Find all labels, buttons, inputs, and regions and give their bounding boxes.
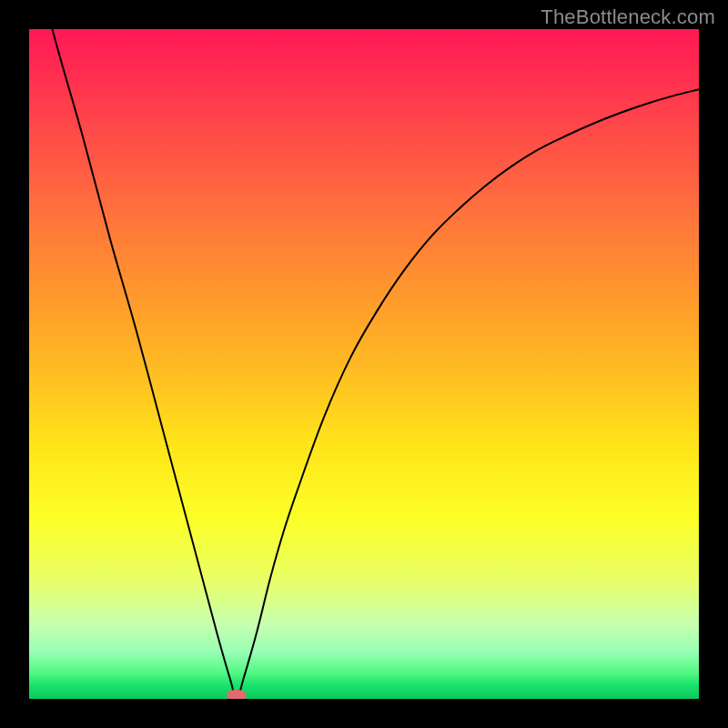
minimum-marker <box>227 690 247 699</box>
watermark-label: TheBottleneck.com <box>541 5 715 29</box>
chart-frame: TheBottleneck.com <box>0 0 728 728</box>
bottleneck-curve <box>29 29 699 699</box>
gradient-plot-area <box>29 29 699 699</box>
